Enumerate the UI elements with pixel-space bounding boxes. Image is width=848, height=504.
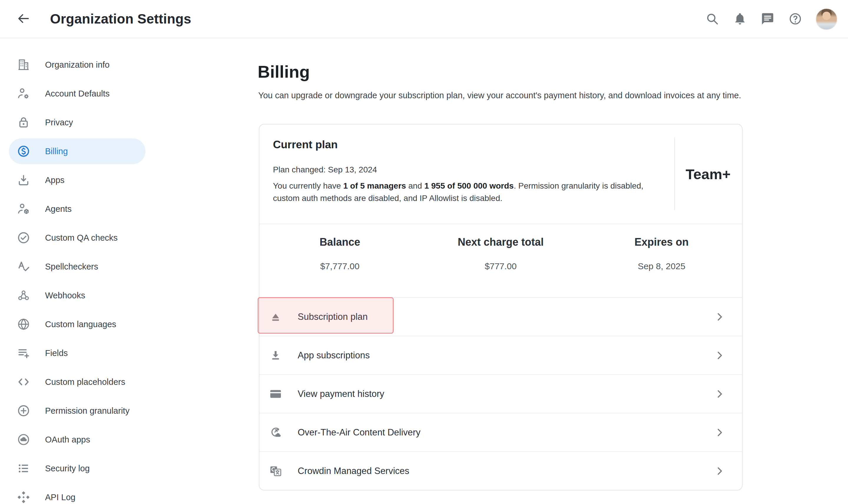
user-avatar[interactable]: [816, 8, 837, 30]
sidebar-item-label: Billing: [45, 146, 68, 156]
sidebar-item-label: Webhooks: [45, 291, 85, 301]
billing-row-subscription-plan[interactable]: Subscription plan: [259, 297, 742, 336]
account-defaults-icon: [17, 87, 31, 101]
billing-row-view-payment-history[interactable]: View payment history: [259, 374, 742, 413]
sidebar-item-label: OAuth apps: [45, 435, 90, 445]
summary-value: $777.00: [420, 261, 581, 271]
credit-card-icon: [269, 387, 283, 401]
app-header: Organization Settings: [0, 0, 848, 38]
search-icon: [706, 12, 719, 26]
agents-icon: [17, 202, 31, 216]
sidebar: Organization infoAccount DefaultsPrivacy…: [0, 39, 156, 504]
sidebar-item-custom-placeholders[interactable]: Custom placeholders: [9, 369, 145, 395]
sidebar-item-label: Agents: [45, 204, 72, 214]
dollar-circle-icon: [17, 144, 31, 158]
sidebar-item-label: Privacy: [45, 118, 73, 127]
page-description: You can upgrade or downgrade your subscr…: [258, 91, 741, 100]
billing-row-label: Crowdin Managed Services: [298, 466, 409, 476]
sidebar-item-label: API Log: [45, 492, 75, 502]
messages-icon: [761, 12, 774, 26]
sidebar-item-fields[interactable]: Fields: [9, 340, 145, 366]
globe-icon: [17, 317, 31, 331]
words-usage: 1 955 of 500 000 words: [424, 181, 514, 191]
check-circle-icon: [17, 231, 31, 245]
messages-button[interactable]: [760, 12, 775, 26]
notifications-icon: [733, 12, 747, 26]
summary-label: Expires on: [581, 236, 742, 248]
summary-value: $7,777.00: [259, 261, 420, 271]
page-title: Billing: [258, 62, 310, 82]
apps-download-icon: [17, 173, 31, 187]
sidebar-item-account-defaults[interactable]: Account Defaults: [9, 80, 145, 107]
sidebar-item-agents[interactable]: Agents: [9, 196, 145, 222]
sidebar-item-organization-info[interactable]: Organization info: [9, 52, 145, 78]
billing-row-over-the-air-content-delivery[interactable]: Over-The-Air Content Delivery: [259, 413, 742, 451]
billing-row-label: Over-The-Air Content Delivery: [298, 427, 420, 438]
sidebar-item-privacy[interactable]: Privacy: [9, 109, 145, 136]
sidebar-item-apps[interactable]: Apps: [9, 167, 145, 193]
summary-expires-on: Expires onSep 8, 2025: [581, 224, 742, 297]
summary-value: Sep 8, 2025: [581, 261, 742, 271]
back-button[interactable]: [15, 11, 32, 27]
plan-name-badge: Team+: [674, 124, 742, 223]
billing-row-app-subscriptions[interactable]: App subscriptions: [259, 336, 742, 374]
chevron-right-icon: [714, 349, 726, 361]
help-icon: [789, 12, 802, 26]
sidebar-item-billing[interactable]: Billing: [9, 138, 145, 164]
arrow-back-icon: [17, 12, 31, 26]
page-header-title: Organization Settings: [50, 11, 191, 27]
ota-sync-cloud-icon: [269, 426, 283, 439]
current-plan-section: Current plan Plan changed: Sep 13, 2024 …: [259, 124, 742, 223]
sidebar-item-api-log[interactable]: API Log: [9, 484, 145, 504]
sidebar-item-label: Organization info: [45, 60, 109, 70]
api-log-icon: [17, 490, 31, 504]
sidebar-item-label: Apps: [45, 175, 65, 185]
sidebar-item-label: Permission granularity: [45, 406, 129, 416]
oauth-cloud-icon: [17, 432, 31, 447]
billing-summary: Balance$7,777.00Next charge total$777.00…: [259, 223, 742, 297]
plus-circle-icon: [17, 404, 31, 418]
help-button[interactable]: [788, 12, 803, 26]
chevron-right-icon: [714, 465, 726, 477]
sidebar-item-label: Custom placeholders: [45, 377, 125, 387]
sidebar-item-custom-qa-checks[interactable]: Custom QA checks: [9, 225, 145, 251]
sidebar-item-label: Account Defaults: [45, 89, 109, 98]
summary-balance: Balance$7,777.00: [259, 224, 420, 297]
billing-card: Current plan Plan changed: Sep 13, 2024 …: [259, 124, 743, 490]
g-translate-icon: [269, 464, 283, 478]
sidebar-item-label: Custom QA checks: [45, 233, 118, 243]
sidebar-item-webhooks[interactable]: Webhooks: [9, 283, 145, 308]
sidebar-item-label: Fields: [45, 348, 68, 358]
billing-row-label: App subscriptions: [298, 350, 370, 361]
current-plan-heading: Current plan: [273, 139, 338, 151]
sidebar-item-label: Security log: [45, 464, 90, 473]
sidebar-item-custom-languages[interactable]: Custom languages: [9, 311, 145, 337]
billing-row-label: View payment history: [298, 389, 384, 399]
summary-next-charge-total: Next charge total$777.00: [420, 224, 581, 297]
webhook-icon: [17, 288, 31, 303]
code-brackets-icon: [17, 375, 31, 389]
lock-icon: [17, 115, 31, 129]
plan-changed-text: Plan changed: Sep 13, 2024: [273, 165, 377, 175]
plan-usage-text: You currently have 1 of 5 managers and 1…: [273, 180, 668, 204]
building-icon: [17, 58, 31, 72]
header-actions: [705, 0, 837, 38]
search-button[interactable]: [705, 12, 720, 26]
sidebar-item-spellcheckers[interactable]: Spellcheckers: [9, 254, 145, 280]
sidebar-item-label: Spellcheckers: [45, 262, 98, 272]
billing-row-crowdin-managed-services[interactable]: Crowdin Managed Services: [259, 451, 742, 490]
managers-usage: 1 of 5 managers: [343, 181, 406, 191]
sidebar-item-label: Custom languages: [45, 320, 116, 329]
chevron-right-icon: [714, 427, 726, 438]
billing-rows: Subscription planApp subscriptionsView p…: [259, 297, 742, 490]
billing-row-label: Subscription plan: [298, 311, 368, 322]
notifications-button[interactable]: [732, 12, 747, 26]
summary-label: Next charge total: [420, 236, 581, 248]
chevron-right-icon: [714, 311, 726, 323]
sidebar-item-oauth-apps[interactable]: OAuth apps: [9, 427, 145, 452]
chevron-right-icon: [714, 388, 726, 400]
download-icon: [269, 348, 283, 362]
sidebar-item-permission-granularity[interactable]: Permission granularity: [9, 398, 145, 424]
summary-label: Balance: [259, 236, 420, 248]
sidebar-item-security-log[interactable]: Security log: [9, 455, 145, 481]
